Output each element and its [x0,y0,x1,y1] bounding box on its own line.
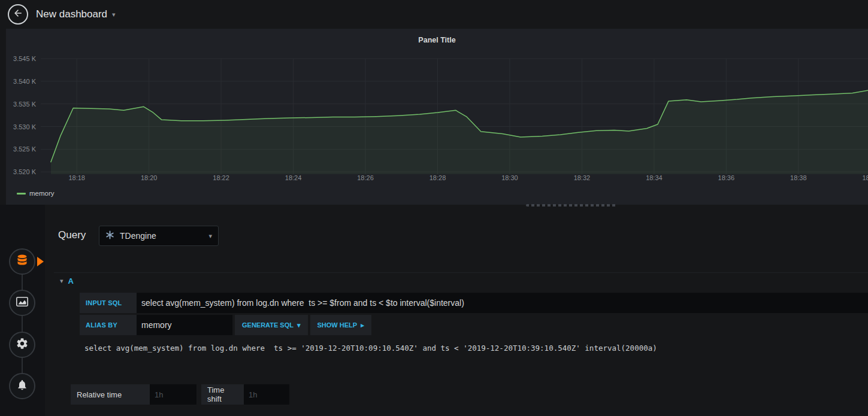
dashboard-title: New dashboard [36,8,107,20]
svg-text:18:34: 18:34 [646,174,663,181]
top-nav: New dashboard ▾ [0,0,868,29]
panel-editor-tab-rail [0,205,45,416]
svg-text:18:26: 18:26 [357,174,374,181]
gear-icon [16,337,29,353]
chart-panel: Panel Title 18:1818:2018:2218:2418:2618:… [6,29,868,205]
chevron-down-icon: ▾ [297,322,301,329]
show-help-label: SHOW HELP [317,321,358,329]
bell-icon [16,379,28,393]
tab-general[interactable] [9,332,35,358]
svg-text:18:28: 18:28 [430,174,446,181]
time-shift-label: Time shift [201,384,244,405]
chart-icon [15,294,29,311]
svg-text:18:38: 18:38 [790,174,807,181]
chevron-right-icon: ▸ [361,322,364,329]
svg-text:3.545 K: 3.545 K [13,55,37,62]
svg-text:18:40: 18:40 [862,174,868,181]
generate-sql-button[interactable]: GENERATE SQL ▾ [235,315,308,335]
input-sql-label: INPUT SQL [80,293,137,313]
query-section-title: Query [58,229,86,241]
svg-text:18:20: 18:20 [141,174,158,181]
query-options-row: Relative time Time shift [71,384,289,405]
svg-text:3.535 K: 3.535 K [13,101,37,108]
svg-text:18:24: 18:24 [285,174,302,181]
arrow-left-icon [13,8,23,21]
chevron-down-icon: ▾ [208,233,212,239]
svg-text:3.540 K: 3.540 K [13,78,37,85]
time-shift-input[interactable] [244,384,289,405]
tab-alert[interactable] [9,373,35,399]
database-icon [16,254,29,269]
tab-rail-connector [22,262,23,386]
query-ref-letter: A [68,277,74,286]
spacer [196,384,201,405]
svg-text:3.525 K: 3.525 K [13,145,37,153]
alias-by-field[interactable] [137,315,232,335]
svg-text:18:32: 18:32 [574,174,591,181]
generated-sql-preview: select avg(mem_system) from log.dn where… [80,339,868,357]
input-sql-field[interactable] [137,293,868,313]
input-sql-row: INPUT SQL [80,293,868,313]
query-ref-row[interactable]: ▾ A [54,272,868,289]
chevron-down-icon: ▾ [112,11,116,18]
tab-queries[interactable] [9,248,35,275]
svg-text:3.520 K: 3.520 K [13,168,37,175]
show-help-button[interactable]: SHOW HELP ▸ [310,315,371,335]
relative-time-input[interactable] [150,384,196,405]
svg-text:18:30: 18:30 [501,174,518,181]
chart-legend[interactable]: memory [17,190,55,197]
collapse-caret-icon: ▾ [60,278,63,284]
svg-text:18:36: 18:36 [718,174,735,181]
tab-visualization[interactable] [9,290,35,316]
panel-resize-handle[interactable] [526,204,617,207]
panel-title[interactable]: Panel Title [6,36,868,44]
alias-by-label: ALIAS BY [80,315,137,335]
generate-sql-label: GENERATE SQL [242,321,294,329]
alias-by-row: ALIAS BY GENERATE SQL ▾ SHOW HELP ▸ [80,315,371,335]
legend-color-swatch [17,193,26,195]
time-series-chart[interactable]: 18:1818:2018:2218:2418:2618:2818:3018:32… [6,47,868,191]
svg-text:18:22: 18:22 [213,174,229,181]
back-button[interactable] [8,4,28,25]
datasource-selected-value: TDengine [120,231,203,241]
legend-series-memory[interactable]: memory [29,190,55,197]
tdengine-logo-icon [105,230,114,242]
datasource-picker[interactable]: TDengine ▾ [99,226,219,246]
svg-text:18:18: 18:18 [68,174,85,181]
dashboard-title-menu[interactable]: New dashboard ▾ [36,0,116,29]
active-tab-arrow-icon [37,257,44,266]
relative-time-label: Relative time [71,384,150,405]
svg-text:3.530 K: 3.530 K [13,123,37,130]
